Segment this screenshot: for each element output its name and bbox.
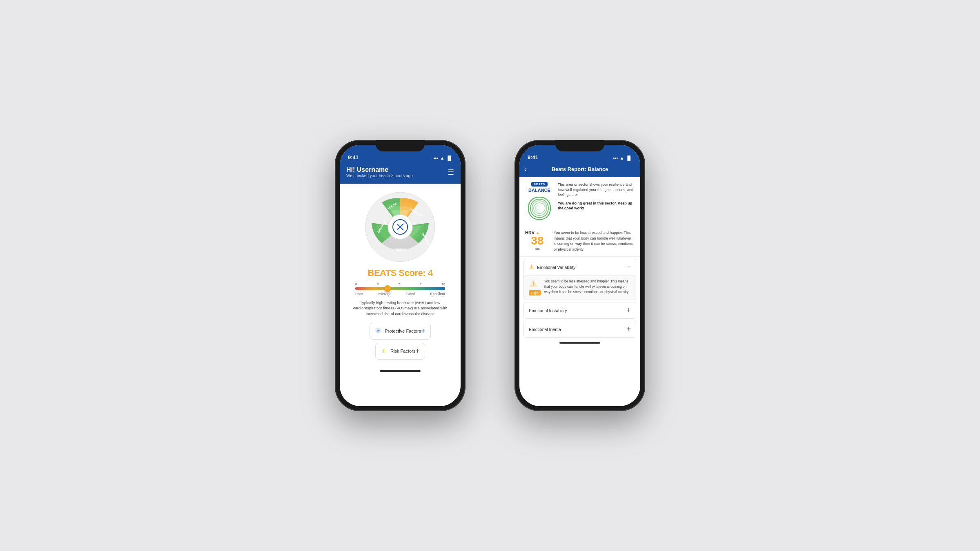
battery-icon-2: ▐▌ — [626, 156, 632, 160]
hrv-value: 38 — [525, 235, 550, 247]
score-thumb — [384, 285, 391, 292]
balance-highlight: You are doing great in this sector. Keep… — [558, 201, 635, 211]
tick-0: 0 — [355, 282, 357, 286]
hrv-unit: ms — [525, 247, 550, 251]
home-indicator-2 — [519, 340, 640, 347]
balance-logo: BEATS BALANCE — [525, 182, 554, 222]
svg-point-12 — [383, 352, 384, 353]
status-time-2: 9:41 — [528, 154, 538, 160]
battery-icon: ▐▌ — [446, 156, 452, 160]
header-bar-1: Hi! Username We checked your health 3 ho… — [340, 163, 461, 184]
emotional-instability-toggle[interactable]: + — [626, 306, 631, 315]
signal-icon: ▪▪▪ — [434, 156, 439, 160]
status-icons-2: ▪▪▪ ▲ ▐▌ — [613, 156, 632, 160]
tick-3: 3 — [377, 282, 379, 286]
emotional-variability-label: Emotional Variability — [537, 265, 575, 270]
emotional-inertia-toggle[interactable]: + — [626, 325, 631, 333]
emotional-inertia-label: Emotional Inertia — [529, 327, 561, 332]
tick-7: 7 — [420, 282, 421, 286]
label-good: Good — [406, 292, 415, 296]
radial-svg: AGEING STABILITY ENDURANCE — [363, 190, 437, 264]
emotional-instability-label: Emotional Instability — [529, 308, 567, 313]
protective-factors-label: Protective Factors — [385, 329, 421, 333]
label-average: Average — [378, 292, 391, 296]
beats-score-label: BEATS Score: — [368, 268, 426, 278]
label-excellent: Excellent — [430, 292, 445, 296]
menu-icon[interactable]: ☰ — [448, 169, 454, 176]
emotional-variability-description: You seem to be less stressed and happier… — [544, 279, 631, 294]
expand-body-inner: High You seem to be less stressed and ha… — [529, 279, 631, 295]
emotional-inertia-header[interactable]: Emotional Inertia + — [524, 321, 636, 337]
chart-area: AGEING STABILITY ENDURANCE — [340, 184, 461, 368]
hrv-left: HRV ▲ 38 ms — [525, 230, 550, 251]
svg-point-18 — [533, 285, 534, 286]
emotional-variability-section: Emotional Variability − High — [523, 259, 636, 300]
emotional-instability-section: Emotional Instability + — [523, 302, 636, 319]
balance-description: This area or sector shows your resilienc… — [558, 182, 635, 198]
warning-triangle-icon — [529, 264, 535, 271]
protective-factors-left: Protective Factors — [375, 327, 421, 335]
risk-expand-icon[interactable]: + — [415, 347, 420, 355]
status-time-1: 9:41 — [348, 154, 359, 160]
phone2-title: Beats Report: Balance — [552, 166, 608, 172]
phone-1: 9:41 ▪▪▪ ▲ ▐▌ Hi! Username We checked yo… — [335, 140, 466, 411]
protective-expand-icon[interactable]: + — [421, 327, 425, 335]
emotional-inertia-section: Emotional Inertia + — [523, 321, 636, 338]
shield-icon — [375, 327, 381, 335]
phone-2: 9:41 ▪▪▪ ▲ ▐▌ ‹ Beats Report: Balance BE… — [514, 140, 645, 411]
score-slider: 0 3 5 7 10 Poor Average Good Excellent — [355, 282, 445, 296]
expand-warning-icon-large: High — [529, 279, 541, 295]
svg-text:TRENDS: TRENDS — [394, 248, 406, 251]
body-description: Typically high resting heart rate (RHR) … — [346, 300, 454, 316]
balance-visual — [526, 195, 553, 222]
phone-1-screen: 9:41 ▪▪▪ ▲ ▐▌ Hi! Username We checked yo… — [340, 145, 461, 406]
emotional-variability-header[interactable]: Emotional Variability − — [524, 259, 636, 275]
home-bar-2 — [559, 342, 600, 344]
header-greeting: Hi! Username We checked your health 3 ho… — [346, 166, 413, 178]
wifi-icon: ▲ — [440, 156, 445, 160]
beats-score-value: 4 — [428, 268, 433, 278]
status-icons-1: ▪▪▪ ▲ ▐▌ — [434, 156, 452, 160]
emotional-variability-toggle[interactable]: − — [626, 263, 631, 271]
beats-score: BEATS Score: 4 — [368, 268, 433, 278]
warning-icon — [381, 347, 387, 355]
score-track — [355, 287, 445, 290]
score-ticks: 0 3 5 7 10 — [355, 282, 445, 286]
phone-2-screen: 9:41 ▪▪▪ ▲ ▐▌ ‹ Beats Report: Balance BE… — [519, 145, 640, 406]
balance-text-area: This area or sector shows your resilienc… — [558, 182, 635, 222]
expand-header-left: Emotional Variability — [529, 264, 575, 271]
radial-chart: AGEING STABILITY ENDURANCE — [363, 190, 437, 264]
tick-10: 10 — [441, 282, 445, 286]
notch-2 — [555, 140, 604, 151]
svg-point-15 — [531, 268, 532, 268]
signal-icon-2: ▪▪▪ — [613, 156, 618, 160]
balance-label: BALANCE — [528, 188, 550, 193]
balance-svg — [526, 195, 553, 222]
risk-factors-left: Risk Factors — [381, 347, 415, 355]
home-bar-1 — [380, 370, 421, 372]
beats-badge: BEATS — [531, 182, 548, 187]
subtext: We checked your health 3 hours ago — [346, 173, 413, 178]
score-labels: Poor Average Good Excellent — [355, 292, 445, 296]
level-badge: High — [529, 290, 541, 295]
risk-factors-row[interactable]: Risk Factors + — [375, 343, 425, 360]
hrv-description: You seem to be less stressed and happier… — [554, 230, 635, 252]
expand-instability-left: Emotional Instability — [529, 308, 567, 313]
label-poor: Poor — [355, 292, 363, 296]
back-button[interactable]: ‹ — [524, 166, 526, 173]
home-indicator-1 — [340, 368, 461, 375]
scene: 9:41 ▪▪▪ ▲ ▐▌ Hi! Username We checked yo… — [335, 140, 645, 411]
risk-factors-label: Risk Factors — [390, 349, 415, 353]
expand-inertia-left: Emotional Inertia — [529, 327, 561, 332]
phone2-header: ‹ Beats Report: Balance — [519, 163, 640, 177]
emotional-instability-header[interactable]: Emotional Instability + — [524, 302, 636, 318]
hrv-section: HRV ▲ 38 ms You seem to be less stressed… — [519, 226, 640, 257]
wifi-icon-2: ▲ — [620, 156, 624, 160]
emotional-variability-body: High You seem to be less stressed and ha… — [524, 275, 636, 300]
balance-section: BEATS BALANCE — [519, 177, 640, 226]
notch-1 — [376, 140, 425, 151]
tick-5: 5 — [399, 282, 400, 286]
greeting-text: Hi! Username — [346, 166, 413, 173]
protective-factors-row[interactable]: Protective Factors + — [370, 323, 430, 340]
